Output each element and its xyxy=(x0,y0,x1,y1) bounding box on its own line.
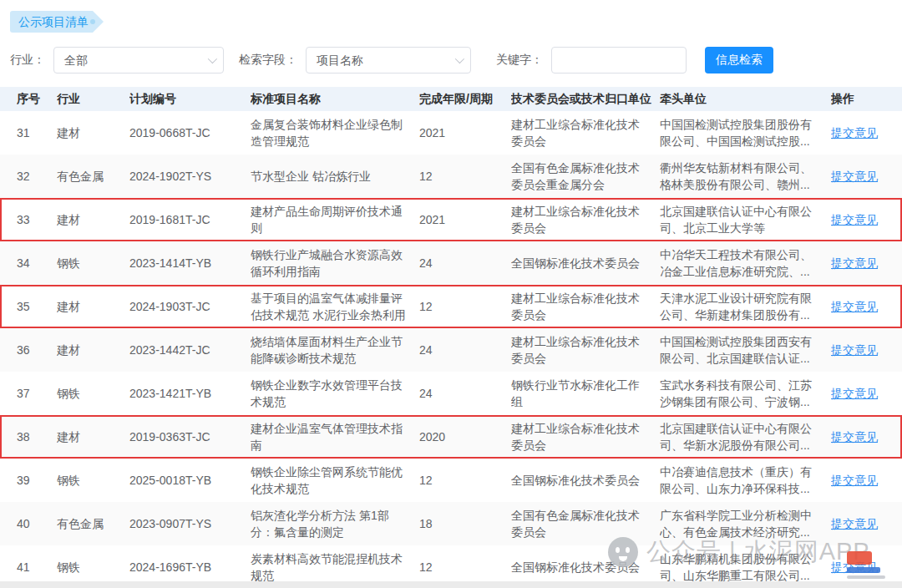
tab-label: 公示项目清单 xyxy=(18,15,89,28)
submit-opinion-link[interactable]: 提交意见 xyxy=(831,170,878,183)
cell-action: 提交意见 xyxy=(831,559,902,575)
cell-project-name: 节水型企业 钴冶炼行业 xyxy=(251,168,419,185)
tab-dot-icon xyxy=(90,19,95,24)
submit-opinion-link[interactable]: 提交意见 xyxy=(831,213,878,226)
cell-lead-unit: 宝武水务科技有限公司、江苏沙钢集团有限公司、宁波钢... xyxy=(660,377,831,410)
cell-no: 41 xyxy=(17,559,57,575)
submit-opinion-link[interactable]: 提交意见 xyxy=(831,126,878,139)
keyword-input[interactable] xyxy=(551,47,687,74)
cell-action: 提交意见 xyxy=(831,472,902,489)
industry-select[interactable]: 全部 xyxy=(53,47,224,74)
next-row-partial xyxy=(0,581,902,588)
cell-period: 24 xyxy=(419,255,511,271)
cell-action: 提交意见 xyxy=(831,211,902,228)
search-field-select[interactable]: 项目名称 xyxy=(306,47,471,74)
cell-lead-unit: 广东省科学院工业分析检测中心、有色金属技术经济研究... xyxy=(660,507,831,540)
submit-opinion-link[interactable]: 提交意见 xyxy=(831,560,878,574)
submit-opinion-link[interactable]: 提交意见 xyxy=(831,343,878,357)
cell-period: 24 xyxy=(419,385,511,402)
cell-plan-no: 2023-1442T-JC xyxy=(129,342,251,358)
cell-period: 12 xyxy=(419,298,511,315)
table-row: 40有色金属2023-0907T-YS铝灰渣化学分析方法 第1部分：氟含量的测定… xyxy=(0,502,902,545)
cell-industry: 钢铁 xyxy=(57,385,129,402)
cell-no: 32 xyxy=(17,168,57,185)
cell-plan-no: 2024-1903T-JC xyxy=(129,298,251,315)
cell-period: 12 xyxy=(419,472,511,489)
table-body: 31建材2019-0668T-JC金属复合装饰材料企业绿色制造管理规范2021建… xyxy=(0,111,902,588)
cell-project-name: 建材产品生命周期评价技术通则 xyxy=(251,203,419,236)
col-header-action: 操作 xyxy=(831,92,902,107)
cell-industry: 建材 xyxy=(57,298,129,315)
cell-no: 33 xyxy=(17,211,57,228)
cell-project-name: 铝灰渣化学分析方法 第1部分：氟含量的测定 xyxy=(251,507,419,540)
cell-industry: 钢铁 xyxy=(57,559,129,575)
submit-opinion-link[interactable]: 提交意见 xyxy=(831,300,878,313)
cell-plan-no: 2023-1414T-YB xyxy=(129,255,251,271)
submit-opinion-link[interactable]: 提交意见 xyxy=(831,474,878,487)
cell-no: 34 xyxy=(17,255,57,271)
cell-committee: 建材工业综合标准化技术委员会 xyxy=(511,333,660,367)
chevron-down-icon xyxy=(455,54,464,63)
col-header-industry: 行业 xyxy=(57,92,129,107)
search-field-select-value: 项目名称 xyxy=(317,53,363,67)
public-project-list-page: 公示项目清单 行业： 全部 检索字段： 项目名称 关键字： 信息检索 序号 行业… xyxy=(0,0,902,588)
cell-project-name: 建材企业温室气体管理技术指南 xyxy=(251,420,419,454)
cell-action: 提交意见 xyxy=(831,255,902,271)
cell-action: 提交意见 xyxy=(831,124,902,141)
submit-opinion-link[interactable]: 提交意见 xyxy=(831,430,878,444)
cell-no: 31 xyxy=(17,124,57,141)
cell-no: 36 xyxy=(17,342,57,358)
table-row: 33建材2019-1681T-JC建材产品生命周期评价技术通则2021建材工业综… xyxy=(0,198,902,241)
cell-plan-no: 2019-0668T-JC xyxy=(129,124,251,141)
cell-period: 2020 xyxy=(419,428,511,445)
cell-committee: 全国钢标准化技术委员会 xyxy=(511,559,660,575)
keyword-label: 关键字： xyxy=(496,53,543,68)
cell-no: 37 xyxy=(17,385,57,402)
cell-no: 40 xyxy=(17,515,57,532)
cell-plan-no: 2024-1902T-YS xyxy=(129,168,251,185)
cell-committee: 钢铁行业节水标准化工作组 xyxy=(511,377,660,410)
cell-committee: 全国钢标准化技术委员会 xyxy=(511,472,660,489)
cell-plan-no: 2025-0018T-YB xyxy=(129,472,251,489)
cell-project-name: 钢铁企业数字水效管理平台技术规范 xyxy=(251,377,419,410)
projects-table: 序号 行业 计划编号 标准项目名称 完成年限/周期 技术委员会或技术归口单位 牵… xyxy=(0,87,902,588)
table-row: 34钢铁2023-1414T-YB钢铁行业产城融合水资源高效循环利用指南24全国… xyxy=(0,241,902,285)
search-button[interactable]: 信息检索 xyxy=(705,47,773,74)
table-row: 39钢铁2025-0018T-YB钢铁企业除尘管网系统节能优化技术规范12全国钢… xyxy=(0,459,902,502)
cell-no: 35 xyxy=(17,298,57,315)
cell-committee: 建材工业综合标准化技术委员会 xyxy=(511,203,660,236)
cell-committee: 建材工业综合标准化技术委员会 xyxy=(511,290,660,323)
industry-select-value: 全部 xyxy=(64,53,88,67)
cell-action: 提交意见 xyxy=(831,298,902,315)
submit-opinion-link[interactable]: 提交意见 xyxy=(831,387,878,400)
cell-project-name: 钢铁企业除尘管网系统节能优化技术规范 xyxy=(251,464,419,497)
cell-project-name: 钢铁行业产城融合水资源高效循环利用指南 xyxy=(251,246,419,280)
cell-committee: 建材工业综合标准化技术委员会 xyxy=(511,420,660,454)
cell-action: 提交意见 xyxy=(831,515,902,532)
cell-plan-no: 2019-1681T-JC xyxy=(129,211,251,228)
table-row: 36建材2023-1442T-JC烧结墙体屋面材料生产企业节能降碳诊断技术规范2… xyxy=(0,328,902,372)
cell-committee: 全国有色金属标准化技术委员会重金属分会 xyxy=(511,160,660,193)
chevron-down-icon xyxy=(208,54,217,63)
cell-lead-unit: 中国国检测试控股集团西安有限公司、北京国建联信认证... xyxy=(660,333,831,367)
cell-committee: 建材工业综合标准化技术委员会 xyxy=(511,116,660,150)
col-header-project-name: 标准项目名称 xyxy=(251,92,419,107)
table-row: 31建材2019-0668T-JC金属复合装饰材料企业绿色制造管理规范2021建… xyxy=(0,111,902,155)
cell-industry: 钢铁 xyxy=(57,255,129,271)
submit-opinion-link[interactable]: 提交意见 xyxy=(831,256,878,270)
cell-plan-no: 2023-1421T-YB xyxy=(129,385,251,402)
cell-no: 38 xyxy=(17,428,57,445)
cell-plan-no: 2023-0907T-YS xyxy=(129,515,251,532)
cell-action: 提交意见 xyxy=(831,342,902,358)
col-header-plan-no: 计划编号 xyxy=(129,92,251,107)
cell-period: 18 xyxy=(419,515,511,532)
cell-no: 39 xyxy=(17,472,57,489)
search-field-label: 检索字段： xyxy=(239,53,297,68)
cell-project-name: 基于项目的温室气体减排量评估技术规范 水泥行业余热利用 xyxy=(251,290,419,323)
submit-opinion-link[interactable]: 提交意见 xyxy=(831,517,878,530)
cell-period: 12 xyxy=(419,168,511,185)
cell-lead-unit: 北京国建联信认证中心有限公司、华新水泥股份有限公司... xyxy=(660,420,831,454)
tab-public-project-list[interactable]: 公示项目清单 xyxy=(10,11,104,33)
cell-period: 2021 xyxy=(419,124,511,141)
table-header-row: 序号 行业 计划编号 标准项目名称 完成年限/周期 技术委员会或技术归口单位 牵… xyxy=(0,87,902,111)
